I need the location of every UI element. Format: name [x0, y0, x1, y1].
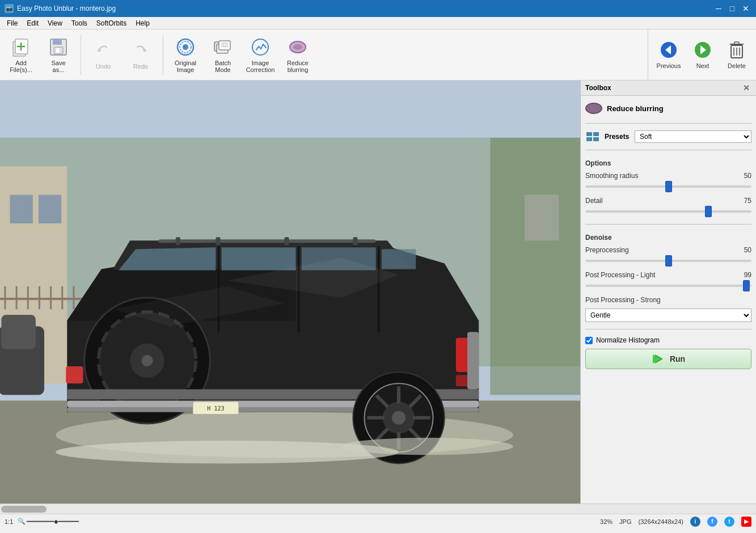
redo-label: Redo [133, 63, 148, 70]
next-label: Next [696, 62, 709, 69]
maximize-button[interactable]: □ [727, 3, 738, 14]
twitter-icon[interactable]: t [724, 517, 734, 527]
toolbox-title: Toolbox [585, 84, 611, 92]
undo-button[interactable]: Undo [86, 33, 121, 77]
smoothing-radius-slider[interactable] [585, 181, 751, 192]
toolbox-body: Reduce blurring Presets Soft Medium Stro… [581, 96, 756, 374]
divider-3 [585, 224, 751, 225]
svg-rect-49 [159, 239, 376, 243]
youtube-icon[interactable]: ▶ [741, 517, 751, 527]
reduce-blurring-button[interactable]: Reduceblurring [280, 33, 315, 77]
next-icon [694, 41, 712, 60]
smoothing-radius-value: 50 [744, 172, 751, 180]
presets-select[interactable]: Soft Medium Strong Custom [635, 130, 751, 143]
minimize-button[interactable]: ─ [713, 3, 724, 14]
main-area: H 123 Toolbox ✕ Reduce blurring [0, 81, 756, 504]
menu-help[interactable]: Help [131, 18, 154, 28]
svg-rect-15 [219, 41, 230, 50]
tool-header: Reduce blurring [585, 100, 751, 116]
normalize-histogram-row: Normalize Histogram [585, 336, 751, 344]
preprocessing-row: Preprocessing 50 [585, 246, 751, 266]
run-button[interactable]: Run [585, 349, 751, 369]
delete-label: Delete [728, 62, 746, 69]
facebook-icon[interactable]: f [707, 517, 717, 527]
batch-mode-button[interactable]: BatchMode [205, 33, 240, 77]
post-light-label: Post Processing - Light [585, 271, 655, 279]
previous-icon [660, 41, 678, 60]
menu-softorbits[interactable]: SoftOrbits [92, 18, 131, 28]
car-image: H 123 [0, 81, 580, 504]
post-strong-select[interactable]: Gentle Medium Strong [585, 308, 751, 322]
scroll-thumb[interactable] [1, 506, 47, 513]
redo-button[interactable]: Redo [123, 33, 158, 77]
redo-icon [130, 40, 151, 61]
original-image-button[interactable]: OriginalImage [168, 33, 203, 77]
zoom-level: 1:1 [5, 518, 13, 525]
toolbox-panel: Toolbox ✕ Reduce blurring Presets Soft M… [580, 81, 756, 504]
zoom-percentage: 32% [600, 518, 613, 525]
svg-rect-41 [16, 286, 18, 309]
image-format: JPG [619, 518, 631, 525]
previous-button[interactable]: Previous [653, 33, 685, 77]
preprocessing-label: Preprocessing [585, 246, 629, 254]
nav-area: Previous Next [648, 29, 753, 81]
svg-rect-42 [27, 286, 29, 309]
smoothing-radius-label: Smoothing radius [585, 172, 638, 180]
delete-button[interactable]: Delete [721, 33, 753, 77]
menu-bar: File Edit View Tools SoftOrbits Help [0, 17, 756, 29]
image-correction-button[interactable]: ImageCorrection [243, 33, 278, 77]
run-label: Run [670, 354, 685, 363]
image-correction-icon [250, 37, 271, 57]
window-title: Easy Photo Unblur - montero.jpg [17, 5, 116, 12]
options-label: Options [585, 159, 751, 167]
info-icon[interactable]: i [690, 517, 700, 527]
batch-mode-label: BatchMode [215, 60, 231, 73]
svg-point-12 [183, 44, 188, 50]
save-as-label: Saveas... [51, 60, 65, 73]
original-image-icon [175, 37, 196, 57]
svg-rect-5 [53, 39, 62, 45]
post-light-slider[interactable] [585, 280, 751, 291]
undo-label: Undo [96, 63, 111, 70]
canvas-area: H 123 [0, 81, 580, 504]
svg-rect-54 [222, 247, 296, 270]
svg-rect-43 [39, 286, 40, 309]
save-as-button[interactable]: Saveas... [41, 33, 76, 77]
svg-text:H 123: H 123 [207, 405, 224, 412]
close-button[interactable]: ✕ [740, 3, 751, 14]
toolbox-close-button[interactable]: ✕ [741, 83, 751, 93]
menu-view[interactable]: View [43, 18, 67, 28]
menu-file[interactable]: File [2, 18, 22, 28]
previous-label: Previous [657, 62, 681, 69]
svg-rect-46 [73, 286, 74, 309]
detail-slider[interactable] [585, 206, 751, 217]
scroll-area[interactable] [0, 504, 756, 514]
normalize-histogram-checkbox[interactable] [585, 337, 593, 344]
status-bar-right: 32% JPG (3264x2448x24) i f t ▶ [600, 517, 751, 527]
divider-2 [585, 150, 751, 150]
preprocessing-slider[interactable] [585, 255, 751, 266]
svg-rect-39 [0, 298, 85, 300]
delete-icon [729, 41, 745, 60]
svg-point-63 [141, 355, 153, 366]
menu-edit[interactable]: Edit [22, 18, 43, 28]
svg-rect-90 [490, 138, 580, 395]
svg-point-86 [341, 438, 513, 455]
post-light-value: 99 [744, 271, 751, 279]
add-files-button[interactable]: AddFile(s)... [3, 33, 39, 77]
reduce-blurring-oval-icon [585, 103, 602, 114]
zoom-controls[interactable]: 🔍 ━━━━━━━━◆━━━━━━ [18, 518, 79, 525]
image-correction-label: ImageCorrection [246, 60, 275, 73]
svg-rect-44 [50, 286, 52, 309]
denoise-label: Denoise [585, 234, 751, 242]
svg-rect-40 [4, 286, 6, 309]
image-dimensions: (3264x2448x24) [638, 518, 683, 525]
next-button[interactable]: Next [687, 33, 719, 77]
svg-rect-53 [353, 237, 357, 245]
preprocessing-value: 50 [744, 246, 751, 254]
normalize-histogram-label[interactable]: Normalize Histogram [596, 336, 660, 344]
menu-tools[interactable]: Tools [67, 18, 92, 28]
save-icon [48, 37, 69, 57]
divider-4 [585, 329, 751, 329]
original-image-label: OriginalImage [175, 60, 196, 73]
